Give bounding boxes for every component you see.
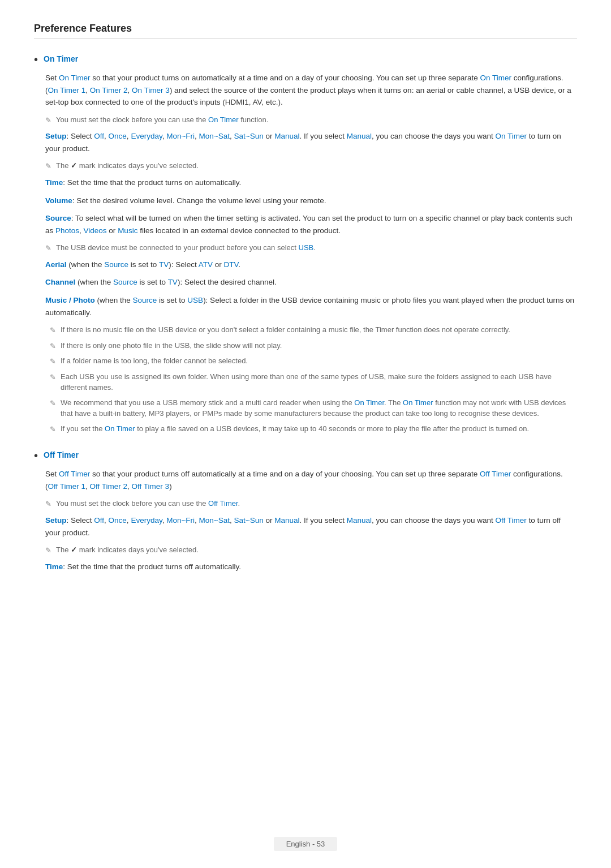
page-title: Preference Features: [34, 23, 577, 38]
pencil-icon-3: ✎: [45, 243, 51, 254]
list-item: ✎ If there is no music file on the USB d…: [50, 324, 577, 336]
list-item: ✎ We recommend that you use a USB memory…: [50, 397, 577, 419]
off-timer-header: Off Timer: [44, 450, 79, 459]
pencil-icon-11: ✎: [45, 545, 51, 556]
sub-notes-list: ✎ If there is no music file on the USB d…: [45, 324, 577, 435]
usb-note: ✎ The USB device must be connected to yo…: [45, 242, 577, 254]
list-item: ✎ If you set the On Timer to play a file…: [50, 423, 577, 435]
volume-label: Volume: Set the desired volume level. Ch…: [45, 195, 577, 207]
list-item: ✎ If there is only one photo file in the…: [50, 340, 577, 352]
list-item: ✎ Each USB you use is assigned its own f…: [50, 371, 577, 393]
off-check-note: ✎ The ✓ mark indicates days you've selec…: [45, 544, 577, 556]
pencil-icon-9: ✎: [50, 424, 56, 435]
pencil-icon-7: ✎: [50, 372, 56, 383]
pencil-icon-8: ✎: [50, 398, 56, 409]
page-footer: English - 53: [0, 837, 611, 851]
pencil-icon-10: ✎: [45, 499, 51, 510]
pencil-icon-2: ✎: [45, 161, 51, 172]
pencil-icon-4: ✎: [50, 325, 56, 336]
check-mark-note: ✎ The ✓ mark indicates days you've selec…: [45, 160, 577, 172]
pencil-icon-5: ✎: [50, 341, 56, 352]
channel-label: Channel (when the Source is set to TV): …: [45, 276, 577, 289]
music-photo-label: Music / Photo (when the Source is set to…: [45, 294, 577, 319]
off-setup-label: Setup: Select Off, Once, Everyday, Mon~F…: [45, 514, 577, 539]
setup-label-line: Setup: Select Off, Once, Everyday, Mon~F…: [45, 130, 577, 154]
aerial-label: Aerial (when the Source is set to TV): S…: [45, 259, 577, 271]
list-item: ✎ If a folder name is too long, the fold…: [50, 355, 577, 367]
source-label: Source: To select what will be turned on…: [45, 212, 577, 237]
on-timer-clock-note: ✎ You must set the clock before you can …: [45, 114, 577, 126]
on-timer-section: • On Timer Set On Timer so that your pro…: [34, 54, 577, 435]
off-timer-body: Set Off Timer so that your product turns…: [45, 468, 577, 492]
on-timer-header: On Timer: [44, 54, 78, 63]
off-timer-section: • Off Timer Set Off Timer so that your p…: [34, 450, 577, 573]
footer-text: English - 53: [274, 837, 338, 851]
time-label: Time: Set the time that the product turn…: [45, 177, 577, 189]
pencil-icon-6: ✎: [50, 356, 56, 367]
off-time-label: Time: Set the time that the product turn…: [45, 561, 577, 573]
pencil-icon: ✎: [45, 115, 51, 126]
off-timer-clock-note: ✎ You must set the clock before you can …: [45, 498, 577, 510]
on-timer-body: Set On Timer so that your product turns …: [45, 72, 577, 109]
